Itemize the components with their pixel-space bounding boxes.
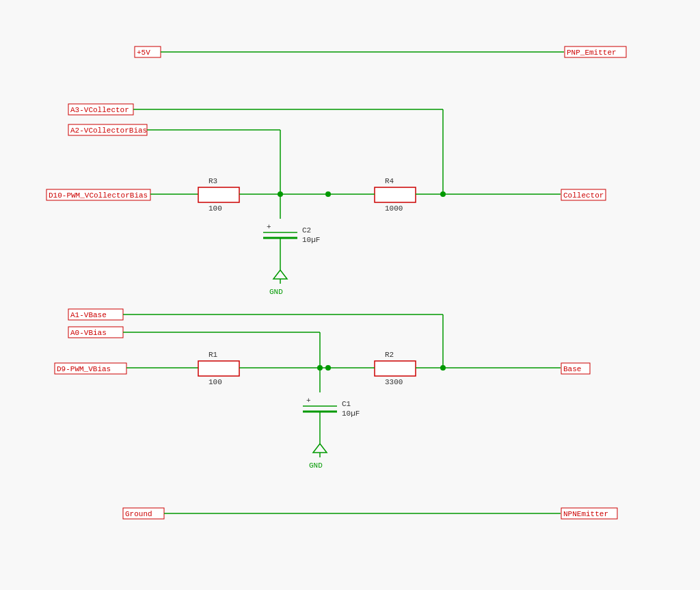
gnd-label-c2: GND: [269, 288, 283, 296]
r2-name-label: R2: [385, 351, 394, 359]
net-label-a3: A3-VCollector: [70, 106, 129, 114]
c2-name-label: C2: [302, 226, 311, 234]
c1-value-label: 10µF: [342, 410, 360, 418]
gnd-arrow-c1: [313, 444, 327, 453]
r2-value-label: 3300: [385, 378, 403, 386]
r1-name-label: R1: [208, 351, 218, 359]
net-label-collector: Collector: [563, 191, 604, 200]
net-label-a1: A1-VBase: [70, 311, 107, 319]
net-label-ground: Ground: [125, 510, 152, 518]
net-label-vcc: +5V: [137, 49, 150, 57]
gnd-arrow-c2: [273, 270, 287, 279]
net-label-npn: NPNEmitter: [563, 510, 608, 518]
r3-name-label: R3: [208, 177, 217, 185]
c1-name-label: C1: [342, 400, 351, 408]
net-label-a0: A0-VBias: [70, 329, 107, 337]
r4-value-label: 1000: [385, 204, 403, 213]
r1-value-label: 100: [208, 378, 222, 386]
net-label-d9: D9-PWM_VBias: [57, 365, 111, 373]
c2-value-label: 10µF: [302, 236, 320, 244]
net-label-base: Base: [563, 365, 581, 373]
net-label-d10: D10-PWM_VCollectorBias: [49, 191, 148, 200]
r4-name-label: R4: [385, 177, 394, 185]
net-label-a2: A2-VCollectorBias: [70, 126, 147, 135]
c2-plus: +: [267, 223, 271, 231]
net-label-pnp: PNP_Emitter: [567, 49, 617, 57]
r3-value-label: 100: [208, 204, 222, 213]
resistor-r2: [375, 361, 416, 376]
gnd-label-c1: GND: [309, 461, 323, 470]
resistor-r1: [198, 361, 239, 376]
resistor-r3: [198, 187, 239, 202]
resistor-r4: [375, 187, 416, 202]
c1-plus: +: [306, 397, 311, 405]
